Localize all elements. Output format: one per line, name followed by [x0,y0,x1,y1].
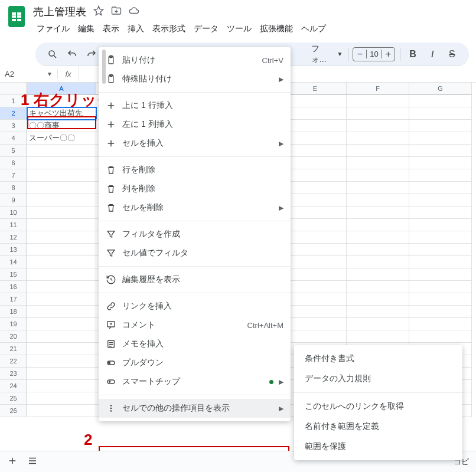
cell[interactable] [347,182,409,194]
cell[interactable] [409,132,472,145]
context-menu-item[interactable]: コメントCtrl+Alt+M [99,316,291,335]
cell[interactable] [284,330,347,343]
row-header[interactable]: 26 [0,405,27,417]
cell[interactable] [347,95,409,107]
cell[interactable] [27,169,96,182]
row-header[interactable]: 2 [0,107,27,120]
cell[interactable] [409,306,472,318]
undo-icon[interactable] [64,46,79,63]
cell[interactable] [409,330,472,343]
context-menu-item[interactable]: プルダウン [99,353,291,372]
menu-insert[interactable]: 挿入 [124,21,148,37]
row-header[interactable]: 17 [0,293,27,306]
context-menu-item[interactable]: 上に 1 行挿入 [99,96,291,115]
cell[interactable] [347,244,409,256]
cell[interactable] [347,293,409,306]
submenu-data-validation[interactable]: データの入力規則 [294,369,462,389]
cell[interactable] [284,206,347,219]
cell[interactable] [347,330,409,343]
cell[interactable] [284,293,347,306]
row-header[interactable]: 1 [0,95,27,107]
sheets-logo[interactable] [5,5,28,28]
cell[interactable]: 〇〇商事 [27,120,96,132]
row-header[interactable]: 19 [0,318,27,330]
context-menu-item[interactable]: 編集履歴を表示 [99,270,291,289]
row-header[interactable]: 5 [0,145,27,157]
row-header[interactable]: 14 [0,256,27,268]
cell[interactable] [284,169,347,182]
submenu-get-cell-link[interactable]: このセルへのリンクを取得 [294,396,462,417]
cell[interactable] [27,268,96,281]
cell[interactable] [27,157,96,169]
cell[interactable] [347,318,409,330]
cell[interactable]: キャベツ出荷先 [27,107,96,120]
cell[interactable] [409,107,472,120]
cell[interactable] [284,219,347,231]
row-header[interactable]: 11 [0,219,27,231]
menu-tools[interactable]: ツール [223,21,255,37]
cell[interactable] [284,256,347,268]
context-menu-item[interactable]: 貼り付けCtrl+V [99,51,291,70]
row-header[interactable]: 21 [0,343,27,355]
cloud-icon[interactable] [129,5,139,18]
row-header[interactable]: 20 [0,330,27,343]
cell[interactable] [284,95,347,107]
cell[interactable] [409,231,472,244]
cell[interactable] [347,120,409,132]
row-header[interactable]: 25 [0,392,27,405]
cell[interactable] [284,145,347,157]
cell[interactable] [409,219,472,231]
row-header[interactable]: 10 [0,206,27,219]
font-size-value[interactable]: 10 [366,50,382,58]
row-header[interactable]: 8 [0,182,27,194]
row-header[interactable]: 23 [0,368,27,380]
row-header[interactable]: 7 [0,169,27,182]
context-menu-item[interactable]: セル値でフィルタ [99,244,291,263]
menu-format[interactable]: 表示形式 [149,21,189,37]
context-menu-item[interactable]: セルを挿入▶ [99,134,291,153]
cell[interactable] [284,244,347,256]
cell[interactable] [347,132,409,145]
cell[interactable] [27,318,96,330]
cell[interactable] [27,244,96,256]
row-header[interactable]: 13 [0,244,27,256]
increase-font-button[interactable]: + [382,49,395,60]
cell[interactable] [27,219,96,231]
menu-extensions[interactable]: 拡張機能 [256,21,296,37]
cell[interactable] [284,268,347,281]
strike-button[interactable]: S [445,46,459,63]
move-icon[interactable] [111,5,122,18]
cell[interactable]: スーパー〇〇 [27,132,96,145]
cell[interactable] [347,306,409,318]
cell[interactable] [347,231,409,244]
cell[interactable] [347,256,409,268]
column-header-f[interactable]: F [347,83,409,95]
document-title[interactable]: 売上管理表 [33,5,86,19]
cell[interactable] [27,355,96,368]
submenu-protect-range[interactable]: 範囲を保護 [294,437,462,457]
row-header[interactable]: 9 [0,194,27,206]
cell[interactable] [409,182,472,194]
cell[interactable] [347,157,409,169]
cell[interactable] [27,281,96,293]
column-header-a[interactable]: A [27,83,96,95]
redo-icon[interactable] [84,46,99,63]
row-header[interactable]: 12 [0,231,27,244]
cell[interactable] [27,145,96,157]
cell[interactable] [27,182,96,194]
cell[interactable] [284,107,347,120]
cell[interactable] [409,293,472,306]
cell[interactable] [409,318,472,330]
menu-edit[interactable]: 編集 [74,21,98,37]
cell[interactable] [347,268,409,281]
cell[interactable] [284,182,347,194]
context-menu-item[interactable]: リンクを挿入 [99,297,291,316]
all-sheets-button[interactable] [27,455,38,468]
cell[interactable] [27,330,96,343]
row-header[interactable]: 22 [0,355,27,368]
row-header[interactable]: 18 [0,306,27,318]
font-button[interactable]: フォ... [311,44,332,65]
cell[interactable] [347,169,409,182]
cell[interactable] [347,206,409,219]
cell[interactable] [409,194,472,206]
